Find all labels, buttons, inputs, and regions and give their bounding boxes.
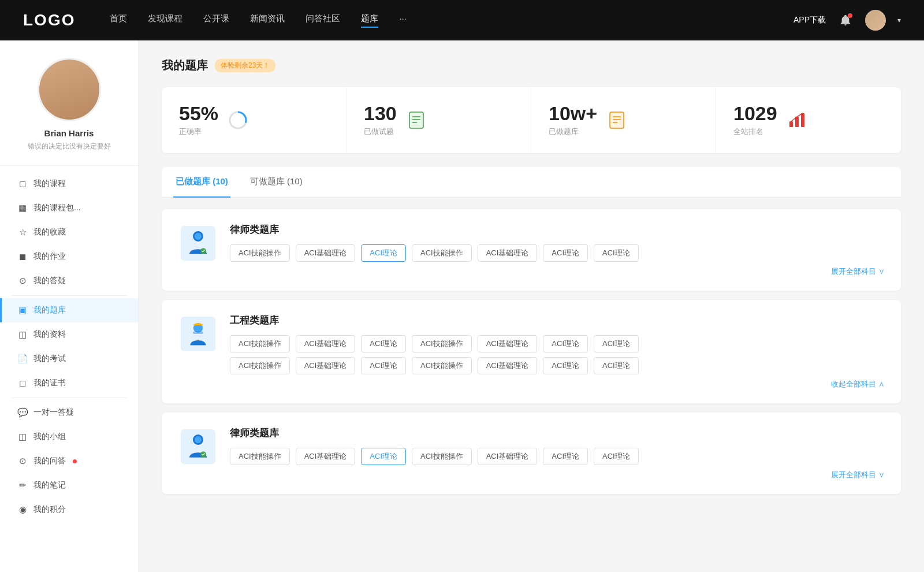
qbank-tag-0-4[interactable]: ACI基础理论 (478, 244, 538, 262)
sidebar-label-1: 我的课程包... (33, 203, 81, 213)
sidebar-item-9[interactable]: 💬一对一答疑 (0, 400, 138, 425)
sidebar-item-3[interactable]: ◼我的作业 (0, 244, 138, 269)
nav-links: 首页发现课程公开课新闻资讯问答社区题库··· (110, 13, 793, 28)
nav-link-1[interactable]: 发现课程 (148, 13, 182, 28)
qbank-tag-2-0[interactable]: ACI技能操作 (230, 448, 290, 465)
nav-link-0[interactable]: 首页 (110, 13, 127, 28)
sidebar-item-1[interactable]: ▦我的课程包... (0, 196, 138, 220)
stat-value-2: 10w+ (549, 103, 597, 123)
menu-badge (73, 459, 77, 463)
sidebar-item-11[interactable]: ⊙我的问答 (0, 449, 138, 473)
notification-bell[interactable] (837, 12, 854, 28)
sidebar-icon-4: ⊙ (17, 276, 28, 286)
qbank-tag-1-3[interactable]: ACI技能操作 (412, 335, 472, 352)
qbank-tag-2-2[interactable]: ACI理论 (361, 448, 406, 465)
qbank-tag-2-5[interactable]: ACI理论 (543, 448, 588, 465)
qbank-tag-1-0[interactable]: ACI技能操作 (230, 335, 290, 352)
main-content: 我的题库 体验剩余23天！ 55% 正确率 130 已做试题 (139, 40, 924, 572)
qbank-expand-0[interactable]: 展开全部科目 ∨ (230, 266, 885, 277)
tab-0[interactable]: 已做题库 (10) (173, 167, 230, 198)
app-download-button[interactable]: APP下载 (793, 15, 826, 25)
sidebar-icon-0: ◻ (17, 179, 28, 189)
sidebar-label-10: 我的小组 (33, 432, 66, 442)
qbank-tag-1-r2-4[interactable]: ACI基础理论 (478, 357, 538, 374)
sidebar-item-0[interactable]: ◻我的课程 (0, 172, 138, 196)
stat-item-3: 1029 全站排名 (716, 87, 901, 153)
qbank-tag-0-3[interactable]: ACI技能操作 (412, 244, 472, 262)
svg-rect-14 (801, 113, 804, 127)
qbank-tag-1-5[interactable]: ACI理论 (543, 335, 588, 352)
qbank-tags: ACI技能操作ACI基础理论ACI理论ACI技能操作ACI基础理论ACI理论AC… (230, 448, 885, 465)
svg-point-24 (195, 436, 202, 443)
qbank-tags-row1: ACI技能操作ACI基础理论ACI理论ACI技能操作ACI基础理论ACI理论AC… (230, 335, 885, 352)
qbank-tag-0-6[interactable]: ACI理论 (594, 244, 639, 262)
qbank-tag-1-6[interactable]: ACI理论 (594, 335, 639, 352)
qbank-tag-0-5[interactable]: ACI理论 (543, 244, 588, 262)
svg-rect-7 (610, 112, 624, 128)
qbank-tag-2-3[interactable]: ACI技能操作 (412, 448, 472, 465)
stat-text-2: 10w+ 已做题库 (549, 103, 597, 137)
qbank-icon-2 (178, 426, 218, 467)
page-header: 我的题库 体验剩余23天！ (162, 58, 901, 73)
qbank-tag-1-r2-5[interactable]: ACI理论 (543, 357, 588, 374)
qbank-tag-2-4[interactable]: ACI基础理论 (478, 448, 538, 465)
qbank-icon-0 (178, 223, 218, 263)
qbank-tag-0-0[interactable]: ACI技能操作 (230, 244, 290, 262)
sidebar-item-8[interactable]: ◻我的证书 (0, 371, 138, 395)
navbar: LOGO 首页发现课程公开课新闻资讯问答社区题库··· APP下载 ▾ (0, 0, 924, 40)
sidebar-item-12[interactable]: ✏我的笔记 (0, 473, 138, 497)
qbank-content-2: 律师类题库 ACI技能操作ACI基础理论ACI理论ACI技能操作ACI基础理论A… (230, 426, 885, 480)
qbank-tag-1-1[interactable]: ACI基础理论 (296, 335, 356, 352)
qbank-title-1: 工程类题库 (230, 314, 885, 327)
stat-label-1: 已做试题 (364, 127, 397, 137)
sidebar-label-3: 我的作业 (33, 251, 66, 262)
sidebar-label-13: 我的积分 (33, 504, 66, 515)
qbank-tag-2-1[interactable]: ACI基础理论 (296, 448, 356, 465)
qbank-icon-1 (178, 314, 218, 354)
qbank-expand-2[interactable]: 展开全部科目 ∨ (230, 470, 885, 480)
nav-link-5[interactable]: 题库 (361, 13, 378, 28)
nav-link-2[interactable]: 公开课 (203, 13, 229, 28)
trial-badge: 体验剩余23天！ (215, 59, 275, 72)
sidebar-item-13[interactable]: ◉我的积分 (0, 497, 138, 522)
nav-link-4[interactable]: 问答社区 (305, 13, 340, 28)
qbank-tag-1-r2-2[interactable]: ACI理论 (361, 357, 406, 374)
nav-link-3[interactable]: 新闻资讯 (250, 13, 285, 28)
qbank-card-1: 工程类题库 ACI技能操作ACI基础理论ACI理论ACI技能操作ACI基础理论A… (162, 300, 901, 403)
stat-value-0: 55% (179, 103, 218, 123)
notification-dot (848, 13, 852, 18)
nav-link-6[interactable]: ··· (399, 13, 407, 28)
chevron-down-icon[interactable]: ▾ (897, 16, 901, 24)
qbank-title-0: 律师类题库 (230, 223, 885, 236)
sidebar-item-7[interactable]: 📄我的考试 (0, 347, 138, 371)
qbank-tag-1-4[interactable]: ACI基础理论 (478, 335, 538, 352)
sidebar-icon-5: ▣ (17, 305, 28, 315)
sidebar-icon-1: ▦ (17, 203, 28, 213)
sidebar-menu: ◻我的课程▦我的课程包...☆我的收藏◼我的作业⊙我的答疑▣我的题库◫我的资料📄… (0, 172, 138, 522)
qbank-tag-0-2[interactable]: ACI理论 (361, 244, 406, 262)
avatar[interactable] (865, 10, 886, 31)
sidebar-item-5[interactable]: ▣我的题库 (0, 298, 138, 322)
qbank-tag-2-6[interactable]: ACI理论 (594, 448, 639, 465)
logo[interactable]: LOGO (23, 11, 75, 29)
doc-orange-icon (605, 109, 628, 132)
qbank-expand-1[interactable]: 收起全部科目 ∧ (230, 379, 885, 389)
sidebar-item-10[interactable]: ◫我的小组 (0, 425, 138, 449)
sidebar: Brian Harris 错误的决定比没有决定要好 ◻我的课程▦我的课程包...… (0, 40, 139, 572)
qbank-card-2: 律师类题库 ACI技能操作ACI基础理论ACI理论ACI技能操作ACI基础理论A… (162, 413, 901, 494)
sidebar-item-2[interactable]: ☆我的收藏 (0, 220, 138, 244)
qbank-tag-1-r2-3[interactable]: ACI技能操作 (412, 357, 472, 374)
qbank-tag-0-1[interactable]: ACI基础理论 (296, 244, 356, 262)
qbank-header-0: 律师类题库 ACI技能操作ACI基础理论ACI理论ACI技能操作ACI基础理论A… (178, 223, 885, 277)
qbank-tag-1-r2-6[interactable]: ACI理论 (594, 357, 639, 374)
sidebar-item-4[interactable]: ⊙我的答疑 (0, 269, 138, 293)
qbank-tag-1-r2-0[interactable]: ACI技能操作 (230, 357, 290, 374)
qbank-tag-1-2[interactable]: ACI理论 (361, 335, 406, 352)
sidebar-item-6[interactable]: ◫我的资料 (0, 322, 138, 347)
qbank-tag-1-r2-1[interactable]: ACI基础理论 (296, 357, 356, 374)
stat-item-2: 10w+ 已做题库 (531, 87, 716, 153)
sidebar-label-7: 我的考试 (33, 354, 66, 364)
tab-1[interactable]: 可做题库 (10) (248, 167, 305, 198)
sidebar-label-0: 我的课程 (33, 179, 66, 189)
qbank-tags-row2: ACI技能操作ACI基础理论ACI理论ACI技能操作ACI基础理论ACI理论AC… (230, 357, 885, 374)
